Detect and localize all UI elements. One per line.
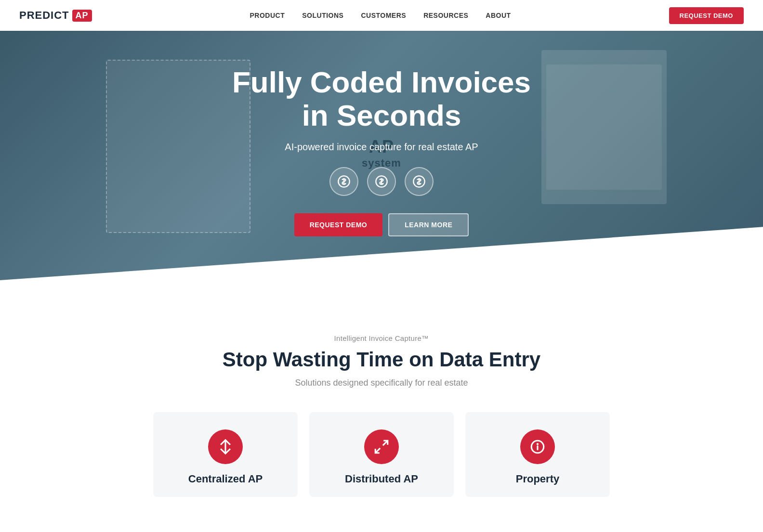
section-invoice-capture: Intelligent Invoice Capture™ Stop Wastin… — [0, 300, 763, 516]
hero-dollar-icons — [232, 167, 531, 196]
dollar-icon-1 — [329, 167, 358, 196]
section2-tag: Intelligent Invoice Capture™ — [19, 334, 744, 342]
hero-request-demo-button[interactable]: REQUEST DEMO — [294, 213, 383, 236]
navbar: PREDICT AP PRODUCT SOLUTIONS CUSTOMERS R… — [0, 0, 763, 31]
logo-text: PREDICT — [19, 9, 69, 22]
card-distributed-icon — [364, 429, 399, 464]
card-centralized-title: Centralized AP — [188, 473, 263, 485]
hero-section: AP system Fully Coded Invoices in Second… — [0, 31, 763, 300]
card-distributed-title: Distributed AP — [345, 473, 418, 485]
logo[interactable]: PREDICT AP — [19, 9, 92, 22]
hero-buttons: REQUEST DEMO LEARN MORE — [232, 213, 531, 236]
card-property-title: Property — [516, 473, 559, 485]
card-property: Property — [465, 412, 610, 497]
hero-title: Fully Coded Invoices in Seconds — [232, 66, 531, 131]
card-property-icon — [520, 429, 555, 464]
nav-request-demo-button[interactable]: REQUEST DEMO — [669, 7, 744, 24]
hero-title-line1: Fully Coded Invoices — [232, 65, 531, 99]
nav-item-resources[interactable]: RESOURCES — [423, 12, 468, 19]
nav-item-customers[interactable]: CUSTOMERS — [361, 12, 406, 19]
hero-learn-more-button[interactable]: LEARN MORE — [388, 213, 469, 236]
nav-item-about[interactable]: ABOUT — [486, 12, 511, 19]
nav-links: PRODUCT SOLUTIONS CUSTOMERS RESOURCES AB… — [250, 11, 511, 20]
hero-content: Fully Coded Invoices in Seconds AI-power… — [223, 37, 540, 294]
dollar-icon-3 — [405, 167, 434, 196]
card-centralized-icon — [208, 429, 243, 464]
hero-decoration-right-inner — [546, 65, 662, 190]
feature-cards: Centralized AP Distributed AP Property — [19, 412, 744, 497]
hero-subtitle: AI-powered invoice capture for real esta… — [232, 142, 531, 153]
section2-subtitle: Solutions designed specifically for real… — [19, 378, 744, 388]
nav-item-solutions[interactable]: SOLUTIONS — [302, 12, 343, 19]
card-centralized-ap: Centralized AP — [153, 412, 298, 497]
logo-ap-badge: AP — [72, 10, 92, 22]
section2-title: Stop Wasting Time on Data Entry — [19, 348, 744, 371]
dollar-icon-2 — [367, 167, 396, 196]
nav-item-product[interactable]: PRODUCT — [250, 12, 285, 19]
card-distributed-ap: Distributed AP — [309, 412, 454, 497]
hero-title-line2: in Seconds — [302, 99, 461, 132]
